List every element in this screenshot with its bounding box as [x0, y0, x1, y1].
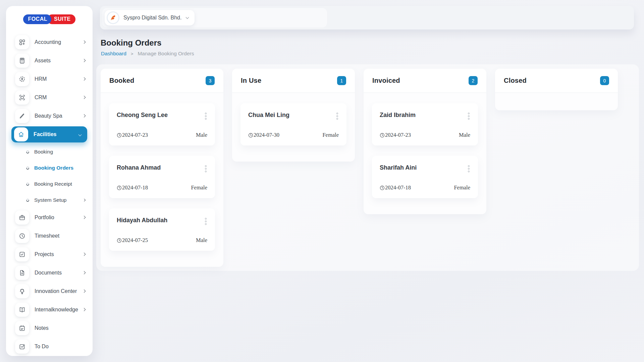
column-body: Zaid Ibrahim 2024-07-23 Male Sharifah Ai…: [364, 93, 486, 214]
sidebar-item-facilities[interactable]: Facilities: [11, 126, 87, 142]
clock-icon: [117, 133, 122, 138]
column-title: Booked: [109, 77, 135, 84]
sidebar-subitem-booking-orders[interactable]: Booking Orders: [6, 160, 93, 176]
calendar-note-icon: [15, 321, 29, 335]
sidebar-item-crm[interactable]: CRM: [6, 88, 93, 107]
chevron-right-icon: [83, 77, 86, 81]
sidebar-subitem-label: Booking Receipt: [34, 181, 85, 187]
briefcase-icon: [15, 210, 29, 225]
card-date: 2024-07-18: [380, 184, 411, 191]
booking-card[interactable]: Sharifah Aini 2024-07-18 Female: [372, 156, 478, 198]
card-name: Zaid Ibrahim: [380, 112, 416, 119]
calculator-icon: [15, 54, 29, 68]
file-text-icon: [15, 266, 29, 280]
card-name: Hidayah Abdullah: [117, 217, 167, 224]
kanban-column-invoiced: Invoiced 2 Zaid Ibrahim 2024-07-23 Male: [364, 69, 486, 214]
sidebar-item-documents[interactable]: Documents: [6, 263, 93, 282]
sidebar-item-label: HRM: [35, 76, 83, 82]
sidebar-item-timesheet[interactable]: Timesheet: [6, 227, 93, 245]
sidebar-subitem-booking[interactable]: Booking: [6, 144, 93, 160]
sidebar-item-portfolio[interactable]: Portfolio: [6, 208, 93, 227]
column-count-badge: 0: [600, 76, 609, 85]
clock-icon: [15, 229, 29, 243]
breadcrumb-link-dashboard[interactable]: Dashboard: [101, 51, 126, 57]
card-date: 2024-07-25: [117, 237, 148, 244]
column-body: [495, 93, 618, 110]
sidebar-item-label: Facilities: [34, 131, 79, 137]
column-header: In Use 1: [232, 69, 355, 93]
chevron-down-icon: [186, 15, 189, 19]
card-gender: Male: [196, 237, 207, 244]
sidebar-item-beauty-spa[interactable]: Beauty Spa: [6, 107, 93, 125]
kebab-menu-button[interactable]: [204, 164, 207, 173]
sidebar-subitem-booking-receipt[interactable]: Booking Receipt: [6, 176, 93, 192]
kebab-menu-button[interactable]: [204, 112, 207, 121]
scan-square-icon: [15, 90, 29, 105]
booking-card[interactable]: Cheong Seng Lee 2024-07-23 Male: [109, 103, 215, 145]
chevron-right-icon: [83, 41, 86, 44]
chevron-down-icon: [78, 133, 82, 136]
booking-card[interactable]: Rohana Ahmad 2024-07-18 Female: [109, 156, 215, 198]
brush-icon: [15, 109, 29, 123]
book-open-icon: [15, 303, 29, 317]
kebab-menu-button[interactable]: [204, 217, 207, 226]
card-name: Sharifah Aini: [380, 164, 417, 171]
sidebar-item-hrm[interactable]: HRM: [6, 70, 93, 88]
sidebar-item-internalknowledge[interactable]: Internalknowledge: [6, 300, 93, 319]
sidebar-item-label: To Do: [35, 344, 85, 350]
sidebar-item-label: Timesheet: [35, 233, 85, 239]
kanban-column-closed: Closed 0: [495, 69, 618, 110]
focal-suite-logo: FOCAL SUITE: [23, 14, 75, 24]
company-name: Syspro Digital Sdn. Bhd.: [123, 15, 181, 21]
topbar: Syspro Digital Sdn. Bhd.: [100, 6, 634, 29]
sidebar-item-projects[interactable]: Projects: [6, 245, 93, 263]
p-swoosh-logo: [107, 11, 119, 24]
breadcrumb-current: Manage Booking Orders: [138, 51, 194, 57]
clock-icon: [248, 133, 253, 138]
sidebar-item-label: Notes: [35, 325, 85, 331]
sidebar-subitem-system-setup[interactable]: System Setup: [6, 192, 93, 208]
grid-plus-icon: [15, 35, 29, 49]
kanban-board: Booked 3 Cheong Seng Lee 2024-07-23 Male: [96, 64, 639, 271]
home-icon: [14, 127, 28, 141]
sidebar-item-notes[interactable]: Notes: [6, 319, 93, 337]
app-logo[interactable]: FOCAL SUITE: [6, 6, 93, 32]
sidebar-item-assets[interactable]: Assets: [6, 51, 93, 70]
card-date: 2024-07-23: [380, 132, 411, 138]
clock-icon: [380, 133, 385, 138]
column-header: Closed 0: [495, 69, 618, 93]
card-gender: Female: [322, 132, 339, 138]
sidebar-item-label: CRM: [35, 95, 83, 101]
booking-card[interactable]: Zaid Ibrahim 2024-07-23 Male: [372, 103, 478, 145]
sidebar: FOCAL SUITE Accounting Assets HRM: [6, 6, 93, 356]
sidebar-subitem-label: System Setup: [34, 197, 83, 203]
sidebar-item-label: Assets: [35, 58, 83, 64]
chevron-right-icon: [83, 290, 86, 293]
clock-icon: [380, 185, 385, 190]
card-gender: Male: [196, 132, 207, 138]
bullet-icon: [25, 166, 30, 170]
kebab-menu-button[interactable]: [336, 112, 339, 121]
breadcrumb: Dashboard > Manage Booking Orders: [101, 51, 194, 57]
sidebar-item-label: Documents: [35, 270, 83, 276]
sidebar-item-to-do[interactable]: To Do: [6, 337, 93, 356]
breadcrumb-separator: >: [131, 51, 133, 56]
lightbulb-icon: [15, 284, 29, 298]
todo-check-icon: [15, 340, 29, 354]
column-count-badge: 3: [206, 76, 215, 85]
booking-card[interactable]: Hidayah Abdullah 2024-07-25 Male: [109, 208, 215, 251]
kebab-menu-button[interactable]: [467, 112, 470, 121]
company-selector[interactable]: Syspro Digital Sdn. Bhd.: [105, 10, 195, 25]
sidebar-item-innovation-center[interactable]: Innovation Center: [6, 282, 93, 300]
chevron-right-icon: [83, 308, 86, 311]
clock-icon: [117, 185, 122, 190]
sidebar-item-accounting[interactable]: Accounting: [6, 33, 93, 51]
booking-card[interactable]: Chua Mei Ling 2024-07-30 Female: [240, 103, 346, 145]
column-header: Booked 3: [101, 69, 223, 93]
kebab-menu-button[interactable]: [467, 164, 470, 173]
bullet-icon: [25, 150, 30, 154]
sidebar-nav: Accounting Assets HRM CRM: [6, 32, 93, 356]
logo-left-pill: FOCAL: [23, 14, 51, 24]
column-header: Invoiced 2: [364, 69, 486, 93]
column-count-badge: 1: [337, 76, 346, 85]
